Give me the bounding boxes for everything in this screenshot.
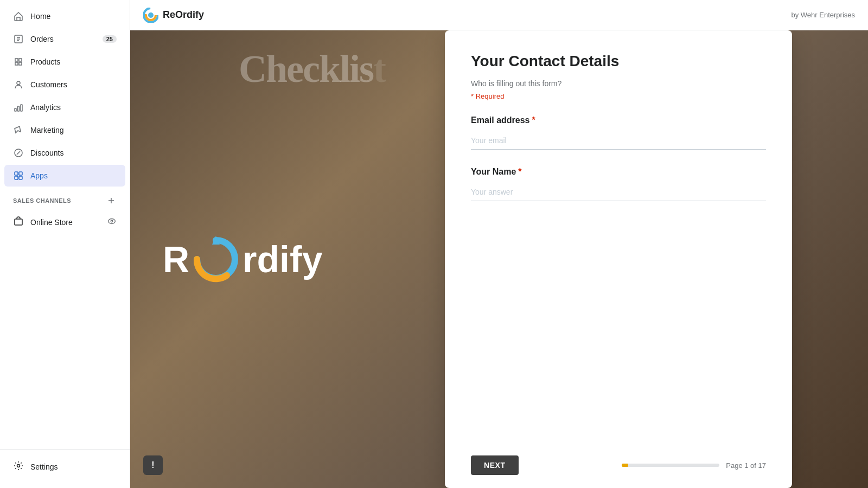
- sidebar-item-online-store[interactable]: Online Store: [4, 210, 125, 234]
- sidebar-item-label: Discounts: [30, 149, 63, 157]
- feedback-icon: !: [151, 460, 154, 470]
- email-form-group: Email address *: [471, 115, 766, 150]
- required-note: * Required: [471, 92, 766, 100]
- topbar: ReOrdify by Wehr Enterprises: [130, 0, 868, 30]
- sidebar-item-apps[interactable]: Apps: [4, 165, 125, 187]
- content-area: Checklist R: [130, 30, 868, 488]
- sidebar-item-label: Analytics: [30, 103, 61, 112]
- sidebar-item-settings[interactable]: Settings: [4, 455, 125, 478]
- contact-details-modal: Your Contact Details Who is filling out …: [445, 30, 792, 488]
- sidebar-item-analytics[interactable]: Analytics: [4, 97, 125, 118]
- brand-ordify: rdify: [242, 238, 322, 280]
- topbar-logo: ReOrdify: [143, 8, 204, 23]
- brand-logo-svg: [192, 235, 240, 284]
- sidebar-item-discounts[interactable]: Discounts: [4, 142, 125, 164]
- svg-point-1: [17, 81, 20, 85]
- sidebar-item-marketing[interactable]: Marketing: [4, 119, 125, 141]
- sidebar-item-orders[interactable]: Orders 25: [4, 28, 125, 50]
- add-sales-channel-button[interactable]: [106, 195, 117, 206]
- svg-point-12: [111, 220, 113, 222]
- orders-icon: [13, 34, 24, 44]
- hero-brand: R rdify: [163, 235, 322, 284]
- svg-point-13: [17, 465, 20, 467]
- sidebar-item-label: Apps: [30, 171, 48, 180]
- name-input[interactable]: [471, 183, 766, 201]
- email-required-star: *: [532, 115, 535, 125]
- next-button[interactable]: NEXT: [471, 455, 519, 475]
- svg-rect-7: [19, 172, 22, 175]
- sales-channels-label: SALES CHANNELS: [13, 197, 71, 204]
- name-label: Your Name *: [471, 167, 766, 177]
- modal-footer: NEXT Page 1 of 17: [445, 445, 792, 488]
- progress-bar: [622, 464, 719, 467]
- online-store-label: Online Store: [30, 218, 73, 227]
- name-required-star: *: [518, 167, 521, 177]
- brand-logo-circle: [192, 235, 240, 284]
- svg-rect-4: [21, 105, 22, 111]
- svg-rect-2: [15, 108, 16, 111]
- svg-point-11: [108, 219, 116, 224]
- brand-r: R: [163, 238, 189, 280]
- sidebar-item-label: Orders: [30, 35, 54, 43]
- home-icon: [13, 11, 24, 22]
- eye-icon[interactable]: [107, 216, 117, 228]
- progress-dot: [622, 464, 628, 467]
- hero-checklist-text: Checklist: [239, 47, 385, 92]
- online-store-icon: [13, 216, 24, 228]
- sidebar-nav: Home Orders 25 Products: [0, 0, 130, 449]
- topbar-logo-text: ReOrdify: [163, 9, 204, 21]
- modal-body: Your Contact Details Who is filling out …: [445, 30, 792, 445]
- sidebar-item-home[interactable]: Home: [4, 5, 125, 27]
- email-label: Email address *: [471, 115, 766, 125]
- email-input[interactable]: [471, 132, 766, 150]
- discounts-icon: [13, 147, 24, 158]
- sidebar: Home Orders 25 Products: [0, 0, 130, 488]
- svg-rect-3: [18, 106, 20, 111]
- modal-subtitle: Who is filling out this form?: [471, 79, 766, 88]
- sidebar-item-label: Customers: [30, 80, 67, 89]
- svg-point-16: [148, 12, 154, 18]
- analytics-icon: [13, 102, 24, 113]
- svg-rect-6: [15, 172, 18, 175]
- customers-icon: [13, 79, 24, 90]
- svg-rect-10: [15, 219, 22, 225]
- topbar-byline: by Wehr Enterprises: [791, 11, 855, 19]
- sidebar-item-label: Marketing: [30, 126, 63, 134]
- sidebar-item-customers[interactable]: Customers: [4, 74, 125, 95]
- sidebar-bottom: Settings: [0, 449, 130, 488]
- orders-badge: 25: [103, 35, 117, 43]
- sales-channels-section: SALES CHANNELS: [4, 189, 125, 209]
- settings-icon: [13, 460, 24, 473]
- progress-area: Page 1 of 17: [622, 461, 766, 470]
- sidebar-item-label: Products: [30, 57, 60, 66]
- page-indicator: Page 1 of 17: [726, 461, 766, 470]
- reordify-logo-icon: [143, 8, 158, 23]
- feedback-button[interactable]: !: [143, 455, 163, 475]
- marketing-icon: [13, 125, 24, 136]
- sidebar-item-label: Home: [30, 12, 50, 21]
- svg-rect-9: [19, 176, 22, 179]
- products-icon: [13, 56, 24, 67]
- settings-label: Settings: [30, 463, 58, 471]
- apps-icon: [13, 170, 24, 181]
- main-content: ReOrdify by Wehr Enterprises Checklist R: [130, 0, 868, 488]
- modal-title: Your Contact Details: [471, 52, 766, 70]
- name-form-group: Your Name *: [471, 167, 766, 201]
- svg-rect-8: [15, 176, 18, 179]
- hero-brand-text: R rdify: [163, 235, 322, 284]
- sidebar-item-products[interactable]: Products: [4, 51, 125, 73]
